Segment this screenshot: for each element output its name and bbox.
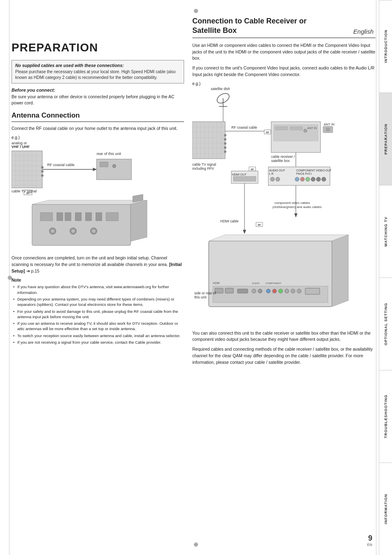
right-intro-text1: Use an HDMI or component video cables to… <box>192 42 376 62</box>
right-bottom-text2: Required cables and connecting methods o… <box>192 346 376 365</box>
initial-setup-ref: ➔ p.15 <box>26 268 39 273</box>
svg-text:or: or <box>258 223 261 227</box>
before-connect-section: Before you connect: Be sure your antenna… <box>12 88 184 106</box>
svg-point-43 <box>71 229 75 233</box>
svg-text:RF coaxial cable: RF coaxial cable <box>231 125 257 130</box>
sidebar-tab-watching-tv[interactable]: WATCHING TV <box>379 185 392 278</box>
antenna-section-heading: Antenna Connection <box>12 111 184 122</box>
svg-rect-123 <box>238 289 248 293</box>
eg-label-right: e.g.) <box>192 81 376 86</box>
svg-rect-30 <box>32 204 131 245</box>
svg-text:cable TV signal: cable TV signal <box>192 162 216 166</box>
svg-text:HDMI: HDMI <box>213 282 220 284</box>
setup-text: Once connections are completed, turn on … <box>12 255 184 274</box>
svg-rect-35 <box>65 213 71 221</box>
svg-point-103 <box>300 177 304 181</box>
svg-point-125 <box>258 289 262 293</box>
svg-point-81 <box>304 129 307 132</box>
note-item-4: If you use an antenna to receive analog … <box>12 321 184 332</box>
note-list-section: Note If you have any question about the … <box>12 278 184 345</box>
right-bottom-text1: You can also connect this unit to the ca… <box>192 330 376 343</box>
svg-text:HDMI cable: HDMI cable <box>220 219 239 223</box>
right-intro-text2: If you connect to the unit's Component V… <box>192 65 376 78</box>
svg-point-15 <box>41 170 44 173</box>
page-number: 9 <box>367 534 372 543</box>
svg-marker-118 <box>209 235 348 241</box>
svg-point-129 <box>285 289 289 293</box>
note-list: If you have any question about the DTV's… <box>12 284 184 345</box>
svg-rect-36 <box>75 213 81 221</box>
compass-top: ⊕ <box>194 7 198 14</box>
svg-point-24 <box>113 164 116 168</box>
svg-text:satellite dish: satellite dish <box>211 87 230 91</box>
sidebar-tab-preparation[interactable]: PREPARATION <box>379 92 392 185</box>
svg-rect-132 <box>305 288 320 294</box>
note-item-2: Depending on your antenna system, you ma… <box>12 296 184 308</box>
svg-text:rear of this unit: rear of this unit <box>97 152 121 156</box>
page-suffix: EN <box>367 543 372 547</box>
svg-text:cable TV signal: cable TV signal <box>12 189 37 193</box>
svg-marker-114 <box>294 213 297 217</box>
before-connect-text: Be sure your antenna or other device is … <box>12 94 184 106</box>
svg-point-67 <box>224 138 226 141</box>
right-column: Connection to Cable Receiver orSatellite… <box>192 16 376 539</box>
svg-text:COMPONENT VIDEO OUT: COMPONENT VIDEO OUT <box>296 169 332 172</box>
svg-point-102 <box>295 177 299 181</box>
svg-point-131 <box>297 289 301 293</box>
svg-rect-38 <box>96 213 102 221</box>
svg-rect-33 <box>40 213 53 221</box>
note-item-1: If you have any question about the DTV's… <box>12 284 184 295</box>
note-item-3: For your safety and to avoid damage to t… <box>12 309 184 320</box>
svg-point-66 <box>224 134 226 136</box>
svg-text:RF coaxial cable: RF coaxial cable <box>47 163 75 167</box>
svg-point-107 <box>322 177 326 181</box>
svg-point-86 <box>326 128 330 131</box>
svg-point-41 <box>51 229 54 233</box>
note-list-title: Note <box>12 278 184 282</box>
preparation-heading: PREPARATION <box>12 41 184 54</box>
svg-point-100 <box>270 177 274 181</box>
bottom-section: Once connections are completed, turn on … <box>12 255 184 345</box>
svg-point-14 <box>41 166 44 169</box>
cable-receiver-diagram: satellite dish <box>192 87 373 329</box>
svg-text:HDMI OUT: HDMI OUT <box>232 173 247 176</box>
svg-text:COMPONENT: COMPONENT <box>265 282 281 284</box>
svg-text:analog or: analog or <box>12 141 27 145</box>
left-column: PREPARATION No supplied cables are used … <box>12 16 184 539</box>
svg-point-45 <box>92 229 95 233</box>
svg-text:ANT IN: ANT IN <box>307 127 317 130</box>
antenna-diagram: or RF coaxial cable VHF / UHF analog or … <box>12 141 176 252</box>
svg-rect-78 <box>275 127 288 130</box>
before-connect-title: Before you connect: <box>12 88 184 92</box>
svg-text:component video cables: component video cables <box>274 201 310 205</box>
svg-rect-121 <box>215 288 223 293</box>
svg-point-69 <box>224 146 226 149</box>
svg-text:AUDIO OUT: AUDIO OUT <box>269 169 286 172</box>
svg-text:cable receiver /: cable receiver / <box>271 155 295 159</box>
page-number-block: 9 EN <box>367 534 372 547</box>
svg-point-70 <box>224 150 226 153</box>
note-box: No supplied cables are used with these c… <box>12 60 184 83</box>
svg-rect-79 <box>290 127 302 130</box>
svg-text:(red/blue/green) and audio cab: (red/blue/green) and audio cables <box>272 205 322 209</box>
sidebar-tab-optional-setting[interactable]: OPTIONAL SETTING <box>379 278 392 370</box>
sidebar-tab-introduction[interactable]: INTRODUCTION <box>379 0 392 92</box>
svg-text:AUDIO: AUDIO <box>252 282 260 284</box>
svg-point-124 <box>252 289 256 293</box>
note-box-title: No supplied cables are used with these c… <box>15 63 180 68</box>
svg-rect-94 <box>233 176 256 181</box>
svg-point-101 <box>276 177 280 181</box>
note-item-5: To switch your reception source easily b… <box>12 333 184 338</box>
svg-text:satellite box: satellite box <box>271 159 290 163</box>
svg-text:or: or <box>266 130 269 134</box>
svg-rect-122 <box>225 288 233 293</box>
svg-marker-119 <box>332 235 348 307</box>
sidebar-tab-troubleshooting[interactable]: TROUBLESHOOTING <box>379 370 392 462</box>
svg-rect-39 <box>106 213 118 221</box>
svg-marker-110 <box>243 230 246 234</box>
svg-text:this unit: this unit <box>194 295 207 299</box>
note-box-text: Please purchase the necessary cables at … <box>15 69 180 81</box>
svg-text:ANT IN: ANT IN <box>324 123 334 126</box>
sidebar-tab-information[interactable]: INFORMATION <box>379 462 392 555</box>
svg-point-68 <box>224 142 226 145</box>
